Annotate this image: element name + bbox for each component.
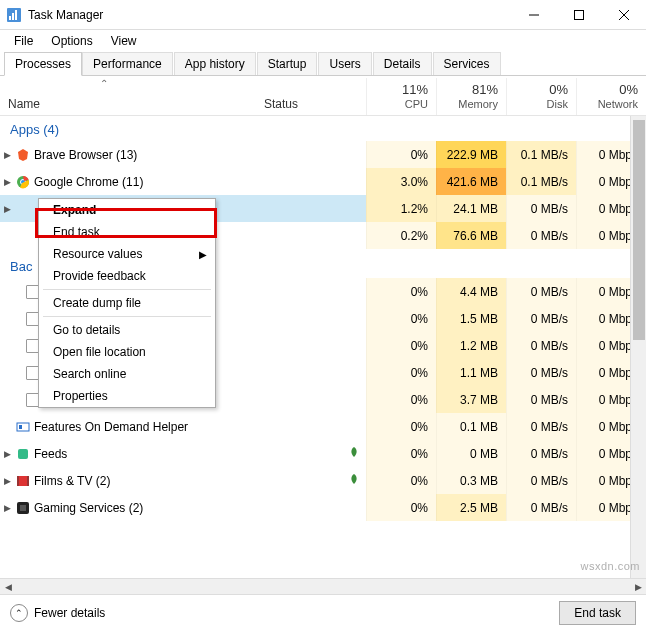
fod-icon [14, 420, 32, 434]
vertical-scrollbar[interactable] [630, 116, 646, 578]
table-row[interactable]: Features On Demand Helper 0% 0.1 MB 0 MB… [0, 413, 646, 440]
tab-users[interactable]: Users [318, 52, 371, 75]
menubar: File Options View [0, 30, 646, 52]
ctx-dump[interactable]: Create dump file [39, 292, 215, 314]
col-memory[interactable]: 81%Memory [436, 78, 506, 115]
expand-icon[interactable]: ▶ [0, 476, 14, 486]
tab-performance[interactable]: Performance [82, 52, 173, 75]
cell-cpu: 0% [366, 141, 436, 168]
tab-strip: Processes Performance App history Startu… [0, 52, 646, 76]
cell-mem: 76.6 MB [436, 222, 506, 249]
ctx-search[interactable]: Search online [39, 363, 215, 385]
footer: ⌃ Fewer details End task [0, 594, 646, 628]
app-icon-chrome [14, 175, 32, 189]
cell-cpu: 3.0% [366, 168, 436, 195]
tab-processes[interactable]: Processes [4, 52, 82, 76]
sort-indicator-icon: ⌃ [100, 78, 108, 89]
ctx-details[interactable]: Go to details [39, 319, 215, 341]
svg-rect-11 [17, 423, 29, 431]
col-disk[interactable]: 0%Disk [506, 78, 576, 115]
col-cpu[interactable]: 11%CPU [366, 78, 436, 115]
horizontal-scrollbar[interactable]: ◀ ▶ [0, 578, 646, 594]
tab-services[interactable]: Services [433, 52, 501, 75]
ctx-expand[interactable]: Expand [39, 199, 215, 221]
cell-mem: 222.9 MB [436, 141, 506, 168]
tab-startup[interactable]: Startup [257, 52, 318, 75]
process-grid: Apps (4) ▶ Brave Browser (13) 0% 222.9 M… [0, 116, 646, 578]
process-name: Feeds [32, 447, 256, 461]
svg-rect-16 [27, 476, 29, 486]
app-icon [6, 7, 22, 23]
svg-rect-2 [12, 13, 14, 20]
process-name: Films & TV (2) [32, 474, 256, 488]
scroll-left-icon[interactable]: ◀ [0, 579, 16, 595]
window-title: Task Manager [28, 8, 511, 22]
cell-disk: 0 MB/s [506, 222, 576, 249]
svg-rect-3 [15, 10, 17, 20]
tab-apphistory[interactable]: App history [174, 52, 256, 75]
cell-disk: 0 MB/s [506, 195, 576, 222]
feeds-icon [14, 447, 32, 461]
fewer-details-toggle[interactable]: ⌃ Fewer details [10, 604, 105, 622]
context-menu: Expand End task Resource values▶ Provide… [38, 198, 216, 408]
process-name: Google Chrome (11) [32, 175, 256, 189]
close-button[interactable] [601, 0, 646, 30]
app-icon-brave [14, 148, 32, 162]
leaf-icon [348, 473, 360, 485]
chevron-up-icon: ⌃ [10, 604, 28, 622]
ctx-feedback[interactable]: Provide feedback [39, 265, 215, 287]
cell-mem: 421.6 MB [436, 168, 506, 195]
films-icon [14, 474, 32, 488]
col-status[interactable]: Status [256, 93, 366, 115]
cell-disk: 0.1 MB/s [506, 168, 576, 195]
svg-rect-15 [17, 476, 19, 486]
leaf-icon [348, 446, 360, 458]
ctx-openloc[interactable]: Open file location [39, 341, 215, 363]
svg-rect-13 [18, 449, 28, 459]
cell-disk: 0.1 MB/s [506, 141, 576, 168]
table-row[interactable]: ▶ Gaming Services (2) 0% 2.5 MB 0 MB/s 0… [0, 494, 646, 521]
expand-icon[interactable]: ▶ [0, 204, 14, 214]
col-network[interactable]: 0%Network [576, 78, 646, 115]
cell-cpu: 1.2% [366, 195, 436, 222]
end-task-button[interactable]: End task [559, 601, 636, 625]
table-row[interactable]: ▶ Feeds 0% 0 MB 0 MB/s 0 Mbps [0, 440, 646, 467]
table-row[interactable]: ▶ Google Chrome (11) 3.0% 421.6 MB 0.1 M… [0, 168, 646, 195]
expand-icon[interactable]: ▶ [0, 150, 14, 160]
svg-rect-1 [9, 16, 11, 20]
ctx-end-task[interactable]: End task [39, 221, 215, 243]
fewer-label: Fewer details [34, 606, 105, 620]
minimize-button[interactable] [511, 0, 556, 30]
maximize-button[interactable] [556, 0, 601, 30]
process-name: Gaming Services (2) [32, 501, 256, 515]
scroll-right-icon[interactable]: ▶ [630, 579, 646, 595]
svg-rect-12 [19, 425, 22, 429]
ctx-resource-values[interactable]: Resource values▶ [39, 243, 215, 265]
tab-details[interactable]: Details [373, 52, 432, 75]
svg-rect-5 [574, 10, 583, 19]
cell-mem: 24.1 MB [436, 195, 506, 222]
table-row[interactable]: ▶ Brave Browser (13) 0% 222.9 MB 0.1 MB/… [0, 141, 646, 168]
process-name: Brave Browser (13) [32, 148, 256, 162]
col-name[interactable]: Name [0, 93, 256, 115]
expand-icon[interactable]: ▶ [0, 177, 14, 187]
cell-cpu: 0.2% [366, 222, 436, 249]
gaming-icon [14, 501, 32, 515]
table-row[interactable]: ▶ Films & TV (2) 0% 0.3 MB 0 MB/s 0 Mbps [0, 467, 646, 494]
menu-file[interactable]: File [6, 32, 41, 50]
menu-options[interactable]: Options [43, 32, 100, 50]
expand-icon[interactable]: ▶ [0, 503, 14, 513]
ctx-props[interactable]: Properties [39, 385, 215, 407]
chevron-right-icon: ▶ [199, 249, 207, 260]
titlebar: Task Manager [0, 0, 646, 30]
expand-icon[interactable]: ▶ [0, 449, 14, 459]
column-headers: ⌃ Name Status 11%CPU 81%Memory 0%Disk 0%… [0, 76, 646, 116]
svg-rect-18 [20, 505, 26, 511]
process-name: Features On Demand Helper [32, 420, 256, 434]
watermark: wsxdn.com [580, 560, 640, 572]
menu-view[interactable]: View [103, 32, 145, 50]
group-apps: Apps (4) [0, 116, 646, 141]
